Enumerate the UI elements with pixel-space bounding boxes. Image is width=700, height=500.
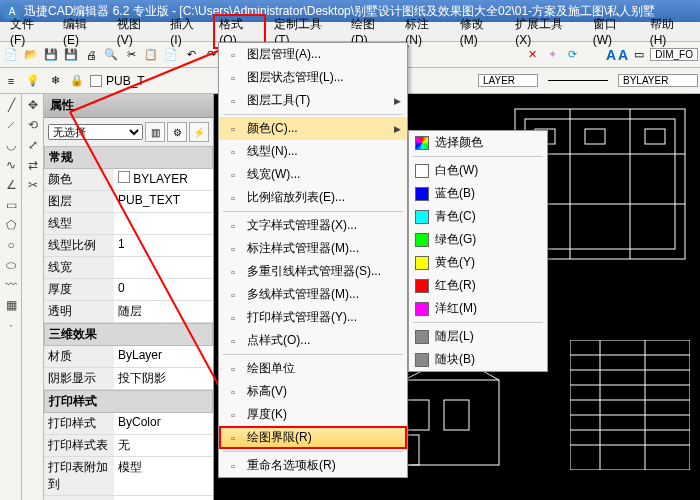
mirror-tool-icon[interactable]: ⇄	[24, 156, 42, 174]
copy-icon[interactable]: 📋	[142, 46, 160, 64]
undo-icon[interactable]: ↶	[182, 46, 200, 64]
new-icon[interactable]: 📄	[2, 46, 20, 64]
prop-row[interactable]: 线型比例1	[44, 235, 213, 257]
rect-tool-icon[interactable]: ▭	[2, 196, 20, 214]
menu-item[interactable]: ▫绘图单位	[219, 357, 407, 380]
move-tool-icon[interactable]: ✥	[24, 96, 42, 114]
prop-row[interactable]: 打印表附加到模型	[44, 457, 213, 496]
tool2-icon[interactable]: ✦	[544, 46, 562, 64]
angle-tool-icon[interactable]: ∠	[2, 176, 20, 194]
menu-item[interactable]: ▫标注样式管理器(M)...	[219, 237, 407, 260]
layer-checkbox[interactable]	[90, 75, 102, 87]
menu-1[interactable]: 编辑(E)	[57, 14, 109, 49]
selection-dropdown[interactable]: 无选择	[48, 124, 143, 140]
menu-item[interactable]: ▫多重引线样式管理器(S)...	[219, 260, 407, 283]
dim-style-box[interactable]: DIM_FO	[650, 48, 698, 61]
open-icon[interactable]: 📂	[22, 46, 40, 64]
lock-icon[interactable]: 🔒	[68, 72, 86, 90]
freeze-icon[interactable]: ❄	[46, 72, 64, 90]
menu-item[interactable]: ▫标高(V)	[219, 380, 407, 403]
text-a2-icon[interactable]: A	[618, 47, 628, 63]
menu-item[interactable]: ▫线型(N)...	[219, 140, 407, 163]
menu-item[interactable]: ▫点样式(O)...	[219, 329, 407, 352]
polyline-tool-icon[interactable]: ⟋	[2, 116, 20, 134]
star-icon[interactable]: ✕	[524, 46, 542, 64]
menu-item[interactable]: ▫重命名选项板(R)	[219, 454, 407, 477]
prop-row[interactable]: 材质ByLayer	[44, 346, 213, 368]
menu-item[interactable]: ▫线宽(W)...	[219, 163, 407, 186]
menu-10[interactable]: 窗口(W)	[587, 14, 642, 49]
color-item[interactable]: 随块(B)	[409, 348, 547, 371]
rotate-tool-icon[interactable]: ⟲	[24, 116, 42, 134]
save-icon[interactable]: 💾	[42, 46, 60, 64]
prop-row[interactable]: 厚度0	[44, 279, 213, 301]
color-item[interactable]: 选择颜色	[409, 131, 547, 154]
color-item[interactable]: 洋红(M)	[409, 297, 547, 320]
prop-row[interactable]: 线宽	[44, 257, 213, 279]
menu-item[interactable]: ▫多线样式管理器(M)...	[219, 283, 407, 306]
menu-3[interactable]: 插入(I)	[164, 14, 211, 49]
curve-tool-icon[interactable]: ∿	[2, 156, 20, 174]
menu-11[interactable]: 帮助(H)	[644, 14, 696, 49]
menu-item[interactable]: ▫图层工具(T)▶	[219, 89, 407, 112]
paste-icon[interactable]: 📄	[162, 46, 180, 64]
menu-8[interactable]: 修改(M)	[454, 14, 508, 49]
quick-icon[interactable]: ⚡	[189, 122, 209, 142]
menu-item[interactable]: ▫颜色(C)...▶	[219, 117, 407, 140]
prop-value[interactable]	[114, 213, 213, 234]
prop-value[interactable]: PUB_TEXT	[114, 191, 213, 212]
prop-row[interactable]: 打印样式表无	[44, 435, 213, 457]
pick-icon[interactable]: ▥	[145, 122, 165, 142]
arc-tool-icon[interactable]: ◡	[2, 136, 20, 154]
prop-value[interactable]: ByLayer	[114, 346, 213, 367]
menu-2[interactable]: 视图(V)	[111, 14, 163, 49]
prop-value[interactable]: 投下阴影	[114, 368, 213, 389]
text-tool-icon[interactable]: ▭	[630, 46, 648, 64]
prop-row[interactable]: 打印表类型依赖于随	[44, 496, 213, 500]
menu-item[interactable]: ▫图层状态管理(L)...	[219, 66, 407, 89]
prop-value[interactable]: 依赖于随	[114, 496, 213, 500]
ellipse-tool-icon[interactable]: ⬭	[2, 256, 20, 274]
filter-icon[interactable]: ⚙	[167, 122, 187, 142]
trim-tool-icon[interactable]: ✂	[24, 176, 42, 194]
text-a-icon[interactable]: A	[606, 47, 616, 63]
line-tool-icon[interactable]: ╱	[2, 96, 20, 114]
spline-tool-icon[interactable]: 〰	[2, 276, 20, 294]
color-item[interactable]: 绿色(G)	[409, 228, 547, 251]
menu-item[interactable]: ▫厚度(K)	[219, 403, 407, 426]
prop-row[interactable]: 透明随层	[44, 301, 213, 323]
prop-row[interactable]: 颜色 BYLAYER	[44, 169, 213, 191]
preview-icon[interactable]: 🔍	[102, 46, 120, 64]
color-item[interactable]: 蓝色(B)	[409, 182, 547, 205]
circle-tool-icon[interactable]: ○	[2, 236, 20, 254]
color-item[interactable]: 红色(R)	[409, 274, 547, 297]
menu-9[interactable]: 扩展工具(X)	[509, 14, 584, 49]
prop-row[interactable]: 图层PUB_TEXT	[44, 191, 213, 213]
refresh-icon[interactable]: ⟳	[564, 46, 582, 64]
menu-0[interactable]: 文件(F)	[4, 14, 55, 49]
point-tool-icon[interactable]: ·	[2, 316, 20, 334]
prop-value[interactable]: 1	[114, 235, 213, 256]
prop-row[interactable]: 打印样式ByColor	[44, 413, 213, 435]
layers-icon[interactable]: ≡	[2, 72, 20, 90]
menu-item[interactable]: ▫文字样式管理器(X)...	[219, 214, 407, 237]
prop-value[interactable]: 随层	[114, 301, 213, 322]
menu-item[interactable]: ▫比例缩放列表(E)...	[219, 186, 407, 209]
color-item[interactable]: 黄色(Y)	[409, 251, 547, 274]
layer-dropdown[interactable]: LAYER	[478, 74, 538, 87]
bulb-icon[interactable]: 💡	[24, 72, 42, 90]
print-icon[interactable]: 🖨	[82, 46, 100, 64]
polygon-tool-icon[interactable]: ⬠	[2, 216, 20, 234]
prop-value[interactable]: 模型	[114, 457, 213, 495]
prop-value[interactable]: ByColor	[114, 413, 213, 434]
prop-value[interactable]: 0	[114, 279, 213, 300]
bylayer-dropdown[interactable]: BYLAYER	[618, 74, 698, 87]
prop-value[interactable]: BYLAYER	[114, 169, 213, 190]
cut-icon[interactable]: ✂	[122, 46, 140, 64]
prop-value[interactable]	[114, 257, 213, 278]
menu-item[interactable]: ▫绘图界限(R)	[219, 426, 407, 449]
menu-item[interactable]: ▫图层管理(A)...	[219, 43, 407, 66]
menu-item[interactable]: ▫打印样式管理器(Y)...	[219, 306, 407, 329]
color-item[interactable]: 白色(W)	[409, 159, 547, 182]
color-item[interactable]: 随层(L)	[409, 325, 547, 348]
